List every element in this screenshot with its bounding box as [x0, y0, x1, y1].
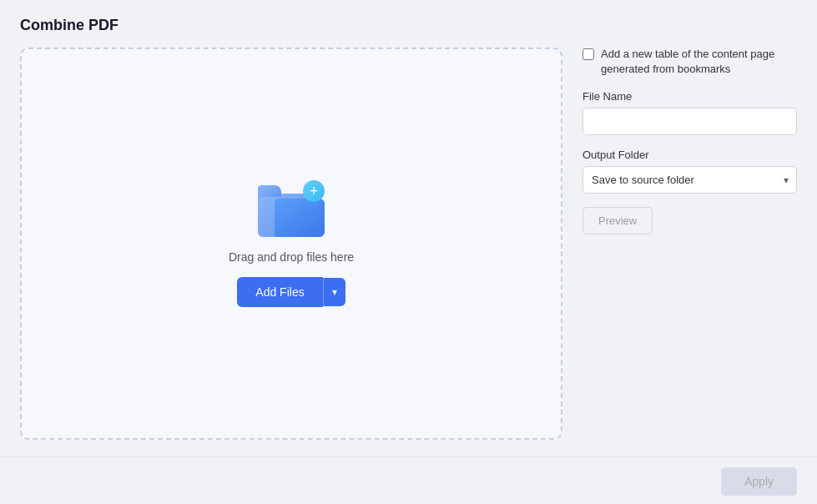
folder-icon: +	[258, 180, 325, 237]
left-panel: Combine PDF + Drag and drop files here A…	[20, 17, 562, 440]
bookmark-checkbox[interactable]	[582, 48, 594, 60]
bookmark-label: Add a new table of the content page gene…	[601, 47, 797, 77]
page-title: Combine PDF	[20, 17, 562, 34]
file-name-group: File Name	[582, 90, 797, 135]
add-files-group: Add Files ▾	[237, 277, 345, 307]
file-name-label: File Name	[582, 90, 797, 103]
bottom-bar: Apply	[0, 456, 817, 504]
bookmark-checkbox-row: Add a new table of the content page gene…	[582, 47, 797, 77]
apply-button[interactable]: Apply	[721, 467, 797, 496]
plus-icon: +	[303, 180, 325, 202]
add-files-button[interactable]: Add Files	[237, 277, 322, 307]
drop-zone[interactable]: + Drag and drop files here Add Files ▾	[20, 48, 562, 440]
output-folder-select[interactable]: Save to source folder Choose folder...	[582, 166, 797, 194]
add-files-dropdown-button[interactable]: ▾	[323, 278, 345, 306]
output-folder-select-wrapper: Save to source folder Choose folder... ▾	[582, 166, 797, 194]
output-folder-group: Output Folder Save to source folder Choo…	[582, 149, 797, 194]
preview-button[interactable]: Preview	[582, 207, 653, 234]
right-panel: Add a new table of the content page gene…	[582, 17, 797, 440]
output-folder-label: Output Folder	[582, 149, 797, 161]
file-name-input[interactable]	[582, 108, 797, 135]
folder-front	[275, 199, 325, 237]
drag-drop-text: Drag and drop files here	[229, 250, 354, 264]
